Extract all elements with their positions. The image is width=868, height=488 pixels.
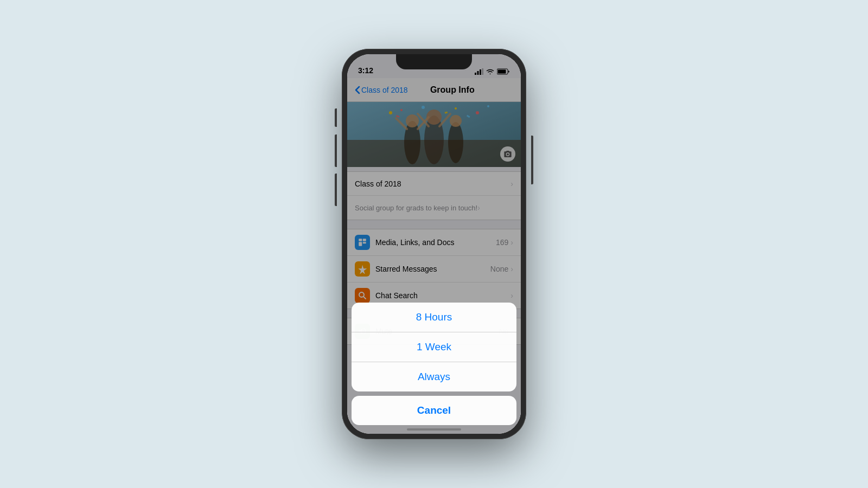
action-always-label: Always — [418, 371, 450, 383]
power-button — [531, 136, 533, 184]
action-sheet-main: 8 Hours 1 Week Always — [352, 303, 516, 391]
phone-frame: 3:12 — [342, 49, 526, 439]
home-indicator — [407, 428, 461, 431]
action-sheet-overlay: 8 Hours 1 Week Always Cancel — [347, 54, 521, 434]
action-hours-item[interactable]: 8 Hours — [352, 303, 516, 332]
action-sheet-cancel: Cancel — [352, 396, 516, 425]
screen-content: 3:12 — [347, 54, 521, 434]
mute-button — [335, 108, 337, 127]
action-week-item[interactable]: 1 Week — [352, 332, 516, 362]
action-cancel-label: Cancel — [417, 404, 451, 416]
volume-up-button — [335, 134, 337, 167]
action-hours-label: 8 Hours — [416, 311, 452, 323]
action-always-item[interactable]: Always — [352, 362, 516, 391]
volume-down-button — [335, 174, 337, 206]
action-cancel-item[interactable]: Cancel — [352, 396, 516, 425]
phone-screen: 3:12 — [347, 54, 521, 434]
action-week-label: 1 Week — [417, 341, 451, 353]
action-sheet-container: 8 Hours 1 Week Always Cancel — [347, 303, 521, 425]
